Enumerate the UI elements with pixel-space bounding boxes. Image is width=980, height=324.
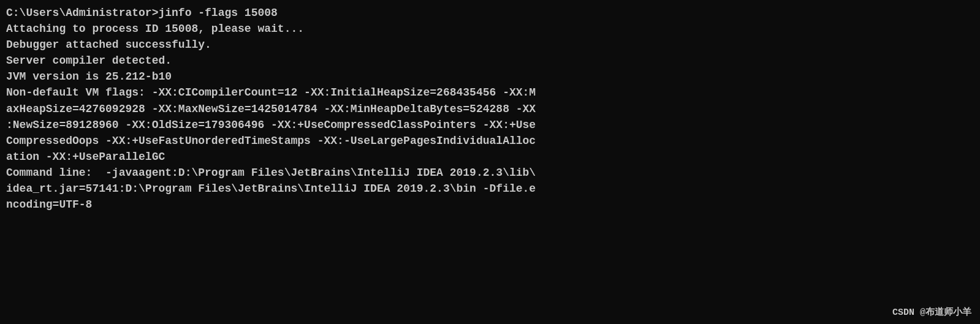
terminal-line: Server compiler detected. bbox=[6, 53, 974, 69]
terminal-line: Non-default VM flags: -XX:CICompilerCoun… bbox=[6, 85, 974, 100]
terminal-line: JVM version is 25.212-b10 bbox=[6, 69, 974, 85]
terminal-line: idea_rt.jar=57141:D:\Program Files\JetBr… bbox=[6, 181, 974, 197]
terminal-line: Command line: -javaagent:D:\Program File… bbox=[6, 165, 974, 181]
terminal-line: ation -XX:+UseParallelGC bbox=[6, 149, 974, 165]
terminal-line: :NewSize=89128960 -XX:OldSize=179306496 … bbox=[6, 117, 974, 133]
terminal-line: C:\Users\Administrator>jinfo -flags 1500… bbox=[6, 5, 974, 21]
terminal-line: axHeapSize=4276092928 -XX:MaxNewSize=142… bbox=[6, 101, 974, 117]
terminal-line: Debugger attached successfully. bbox=[6, 37, 974, 53]
terminal-line: ncoding=UTF-8 bbox=[6, 197, 974, 213]
terminal-line: CompressedOops -XX:+UseFastUnorderedTime… bbox=[6, 133, 974, 149]
terminal-window: C:\Users\Administrator>jinfo -flags 1500… bbox=[0, 0, 980, 324]
terminal-line: Attaching to process ID 15008, please wa… bbox=[6, 21, 974, 37]
watermark: CSDN @布道师小羊 bbox=[892, 306, 971, 318]
